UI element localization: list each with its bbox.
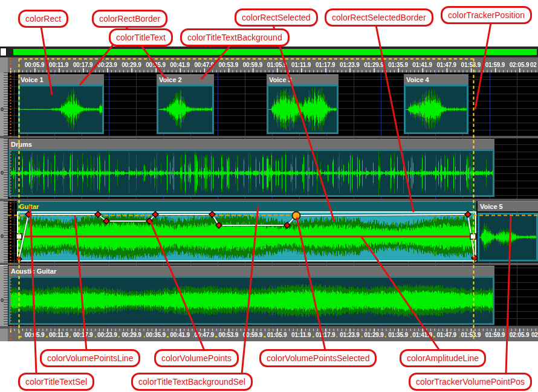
waveform-canvas <box>406 86 467 132</box>
ruler-label: 01:17.9 <box>314 332 337 338</box>
ruler-corner-bottom <box>0 329 8 341</box>
waveform-canvas <box>18 213 475 260</box>
waveform-canvas <box>158 86 212 132</box>
ruler-label: 00:17.9 <box>72 332 94 338</box>
clip-guitar-selected[interactable]: Guitar <box>17 201 476 262</box>
ruler-label: 01:59.9 <box>485 62 505 68</box>
legend-colorRect: colorRect <box>18 10 68 28</box>
clip-acoustic-guitar[interactable]: Acustic Guitar <box>8 266 494 325</box>
ruler-label: 00:59.9 <box>243 62 263 68</box>
track-separator <box>0 136 538 138</box>
clip-body[interactable] <box>8 149 494 197</box>
ruler-label: 00:35.9 <box>144 332 167 338</box>
clip-title[interactable]: Drums <box>8 139 494 149</box>
ruler-label: 01:53.9 <box>461 62 481 68</box>
waveform-canvas <box>10 151 493 195</box>
ruler-label: 02 <box>530 62 537 68</box>
scale-zero-label: 0 <box>1 170 4 176</box>
ruler-label: 00:05.9 <box>24 332 46 338</box>
legend-colorVolumePointsLine: colorVolumePointsLine <box>40 349 140 367</box>
clip-body[interactable] <box>157 85 214 134</box>
ruler-label: 00:17.9 <box>73 62 93 68</box>
clip-title[interactable]: Voice 2 <box>157 74 214 85</box>
clip-body[interactable] <box>404 85 468 134</box>
clip-title[interactable]: Voice 5 <box>478 201 538 211</box>
waveform-canvas <box>10 278 493 323</box>
ruler-label: 01:23.9 <box>339 332 361 338</box>
legend-colorRectSelected: colorRectSelected <box>235 8 318 27</box>
track-scale-2: 0 <box>0 138 8 199</box>
ruler-label: 01:11.9 <box>290 332 312 338</box>
overview-bar <box>0 47 538 57</box>
ruler-label: 00:05.9 <box>25 62 45 68</box>
ruler-label: 01:53.9 <box>460 332 482 338</box>
clip-voice-3[interactable]: Voice 3 <box>267 74 339 134</box>
ruler-label: 00:59.9 <box>242 332 264 338</box>
ruler-corner-top <box>0 57 8 72</box>
track-separator <box>0 263 538 265</box>
ruler-label: 01:41.9 <box>411 332 433 338</box>
timeline-ruler-top[interactable]: 00:05.900:11.900:17.900:23.900:29.900:35… <box>0 57 538 72</box>
ruler-label: 00:53.9 <box>218 332 240 338</box>
scale-zero-label: 0 <box>1 106 4 112</box>
clip-title[interactable]: Voice 1 <box>18 74 104 85</box>
ruler-label: 01:05.9 <box>266 332 288 338</box>
scale-zero-label: 0 <box>1 297 4 303</box>
clip-title[interactable]: Guitar <box>17 201 476 211</box>
overview-handle[interactable] <box>0 48 7 56</box>
clip-drums[interactable]: Drums <box>8 139 494 197</box>
waveform-canvas <box>479 214 536 260</box>
page: 00:05.900:11.900:17.900:23.900:29.900:35… <box>0 0 538 392</box>
ruler-label: 00:41.9 <box>170 62 190 68</box>
track-separator <box>0 326 538 329</box>
clip-voice-2[interactable]: Voice 2 <box>157 74 214 134</box>
track-scale-1: 0 <box>0 72 8 136</box>
legend-colorTrackerVolumePointPos: colorTrackerVolumePointPos <box>409 373 532 391</box>
ruler-label: 01:23.9 <box>340 62 360 68</box>
ruler-label: 02 <box>530 332 538 338</box>
timeline-ruler-bottom[interactable]: 00:05.900:11.900:17.900:23.900:29.900:35… <box>0 329 538 341</box>
clip-voice-5[interactable]: Voice 5 <box>478 201 538 262</box>
ruler-label: 00:35.9 <box>146 62 166 68</box>
legend-colorVolumePointsSelected: colorVolumePointsSelected <box>259 349 377 367</box>
ruler-label: 00:23.9 <box>96 332 118 338</box>
legend-colorRectSelectedBorder: colorRectSelectedBorder <box>325 8 433 27</box>
legend-colorRectBorder: colorRectBorder <box>92 10 167 28</box>
clip-voice-4[interactable]: Voice 4 <box>404 74 468 134</box>
clip-body[interactable] <box>267 85 339 134</box>
ruler-label: 02:05.9 <box>508 332 531 338</box>
clip-voice-1[interactable]: Voice 1 <box>18 74 104 134</box>
clip-title[interactable]: Acustic Guitar <box>8 266 494 276</box>
waveform-canvas <box>268 86 337 132</box>
ruler-label: 02:05.9 <box>510 62 530 68</box>
clip-title[interactable]: Voice 4 <box>404 74 468 85</box>
ruler-label: 00:11.9 <box>49 62 68 68</box>
waveform-canvas <box>20 86 102 132</box>
overview-green-bar[interactable] <box>13 49 537 55</box>
legend-colorTitleText: colorTitleText <box>109 28 173 47</box>
ruler-label: 00:29.9 <box>120 332 143 338</box>
legend-colorTitleTextSel: colorTitleTextSel <box>18 373 94 391</box>
ruler-label: 01:47.9 <box>435 332 458 338</box>
ruler-label: 01:35.9 <box>388 62 408 68</box>
ruler-label: 01:29.9 <box>363 332 385 338</box>
ruler-label: 00:47.9 <box>193 332 215 338</box>
track-scale-3: 0 <box>0 201 8 263</box>
ruler-label: 01:11.9 <box>291 62 311 68</box>
ruler-label: 00:11.9 <box>48 332 70 338</box>
clip-body[interactable] <box>478 213 538 262</box>
clip-body[interactable] <box>8 276 494 325</box>
ruler-label: 01:17.9 <box>316 62 335 68</box>
ruler-label: 00:29.9 <box>122 62 141 68</box>
clip-title[interactable]: Voice 3 <box>267 74 339 85</box>
clip-body[interactable] <box>18 85 104 134</box>
legend-colorAmplitudeLine: colorAmplitudeLine <box>400 349 486 367</box>
ruler-label: 00:53.9 <box>219 62 239 68</box>
ruler-label: 01:05.9 <box>267 62 287 68</box>
ruler-label: 01:47.9 <box>436 62 456 68</box>
ruler-label: 01:59.9 <box>484 332 507 338</box>
legend-colorTitleTextBackground: colorTitleTextBackground <box>180 28 290 47</box>
legend-colorTitleTextBackgroundSel: colorTitleTextBackgroundSel <box>131 373 253 391</box>
clip-body[interactable] <box>17 211 476 262</box>
scale-zero-label: 0 <box>1 233 4 239</box>
